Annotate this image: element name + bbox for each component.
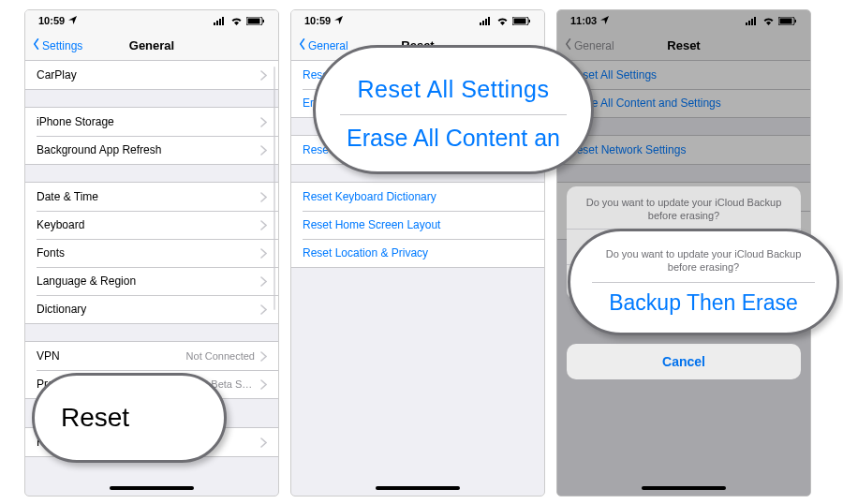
status-bar: 10:59 <box>291 10 544 31</box>
row-label: Fonts <box>37 246 65 259</box>
row-language-region[interactable]: Language & Region <box>25 267 278 295</box>
location-icon <box>334 15 343 26</box>
svg-rect-13 <box>529 20 531 22</box>
callout-message: Do you want to update your iCloud Backup… <box>570 248 836 280</box>
chevron-right-icon <box>260 276 267 287</box>
svg-rect-5 <box>248 18 260 23</box>
callout-label: Backup Then Erase <box>609 290 798 316</box>
status-time: 10:59 <box>38 15 65 26</box>
row-date-time[interactable]: Date & Time <box>25 183 278 211</box>
home-indicator[interactable] <box>110 486 194 490</box>
row-dictionary[interactable]: Dictionary <box>25 295 278 323</box>
row-label: Date & Time <box>37 190 98 203</box>
row-reset-location-privacy[interactable]: Reset Location & Privacy <box>291 239 544 267</box>
svg-rect-3 <box>222 17 224 25</box>
scrollbar[interactable] <box>274 67 275 310</box>
row-detail: Not Connected <box>186 350 255 362</box>
row-vpn[interactable]: VPN Not Connected <box>25 342 278 370</box>
row-label: iPhone Storage <box>37 115 114 128</box>
row-label: Background App Refresh <box>37 143 161 156</box>
status-time: 10:59 <box>304 15 331 26</box>
back-label: Settings <box>42 39 82 52</box>
row-fonts[interactable]: Fonts <box>25 239 278 267</box>
row-carplay[interactable]: CarPlay <box>25 61 278 89</box>
row-label: VPN <box>37 349 60 363</box>
chevron-right-icon <box>260 220 267 230</box>
battery-icon <box>512 17 531 25</box>
callout-separator <box>592 282 816 283</box>
svg-rect-0 <box>214 22 215 25</box>
chevron-right-icon <box>260 248 267 259</box>
action-sheet-message: Do you want to update your iCloud Backup… <box>567 186 801 229</box>
callout-reset: Reset <box>32 373 227 463</box>
callout-line2: Erase All Content an <box>347 125 560 152</box>
home-indicator[interactable] <box>376 486 460 490</box>
svg-rect-6 <box>263 20 265 22</box>
svg-rect-7 <box>480 22 481 25</box>
wifi-icon <box>230 17 243 25</box>
chevron-right-icon <box>260 192 267 202</box>
chevron-right-icon <box>260 379 267 390</box>
status-bar: 10:59 <box>25 10 278 31</box>
wifi-icon <box>496 17 509 25</box>
back-button[interactable]: General <box>297 38 348 52</box>
nav-title: General <box>129 38 174 52</box>
row-reset-keyboard-dictionary[interactable]: Reset Keyboard Dictionary <box>291 183 544 211</box>
location-icon <box>68 15 77 26</box>
row-iphone-storage[interactable]: iPhone Storage <box>25 108 278 136</box>
row-label: CarPlay <box>37 68 77 82</box>
row-label: Language & Region <box>37 274 136 288</box>
chevron-right-icon <box>260 145 267 156</box>
back-label: General <box>308 39 348 52</box>
row-label: Reset Home Screen Layout <box>303 218 440 231</box>
chevron-left-icon <box>297 38 308 52</box>
chevron-right-icon <box>260 437 267 448</box>
row-label: Reset Location & Privacy <box>303 246 428 259</box>
svg-rect-1 <box>216 21 218 25</box>
chevron-right-icon <box>260 70 267 81</box>
signal-icon <box>480 17 493 25</box>
chevron-right-icon <box>260 117 267 127</box>
home-indicator[interactable] <box>642 486 726 490</box>
svg-rect-8 <box>482 21 484 25</box>
row-background-app-refresh[interactable]: Background App Refresh <box>25 136 278 164</box>
callout-erase-all: Reset All Settings Erase All Content an <box>313 45 594 174</box>
row-keyboard[interactable]: Keyboard <box>25 211 278 239</box>
svg-rect-12 <box>514 18 526 23</box>
callout-line1: Reset All Settings <box>358 76 550 103</box>
callout-separator <box>340 114 566 115</box>
action-cancel[interactable]: Cancel <box>567 344 801 379</box>
nav-bar: Settings General <box>25 31 278 61</box>
row-label: Keyboard <box>37 218 84 231</box>
row-label: Reset Keyboard Dictionary <box>303 190 436 203</box>
svg-rect-2 <box>219 19 221 25</box>
chevron-right-icon <box>260 351 267 362</box>
chevron-left-icon <box>31 38 42 52</box>
battery-icon <box>246 17 265 25</box>
chevron-right-icon <box>260 304 267 315</box>
callout-backup-then-erase: Do you want to update your iCloud Backup… <box>568 229 839 335</box>
row-reset-home-screen[interactable]: Reset Home Screen Layout <box>291 211 544 239</box>
svg-rect-10 <box>488 17 490 25</box>
back-button[interactable]: Settings <box>31 38 82 52</box>
row-label: Dictionary <box>37 303 86 316</box>
callout-label: Reset <box>61 403 129 433</box>
signal-icon <box>214 17 227 25</box>
svg-rect-9 <box>485 19 487 25</box>
